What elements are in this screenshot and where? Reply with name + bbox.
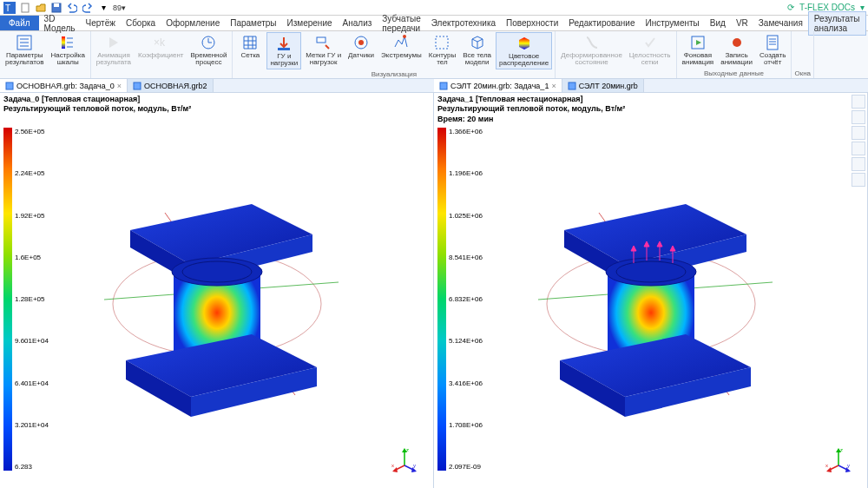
ribbon-btn-label: Сетка — [241, 52, 260, 59]
pane-title: Задача_1 [Тепловая нестационарная]Резуль… — [437, 95, 625, 124]
ribbon-btn-label: Фоновая анимация — [682, 52, 714, 66]
legend-tick: 9.601E+04 — [15, 337, 57, 345]
svg-rect-9 — [62, 36, 65, 49]
coef-icon: ×k — [152, 34, 169, 51]
viewport-pane[interactable]: Задача_1 [Тепловая нестационарная]Резуль… — [434, 93, 868, 488]
menu-item[interactable]: Замечания — [753, 16, 808, 30]
legend-tick: 5.124E+06 — [449, 337, 491, 345]
model-view[interactable] — [0, 93, 433, 488]
allbodies-icon — [469, 34, 486, 51]
doc-tab[interactable]: СЭЛТ 20мин.grb: Задача_1× — [434, 79, 562, 92]
color-legend: 2.56E+052.24E+051.92E+051.6E+051.28E+059… — [3, 128, 57, 471]
ribbon-btn-label: Временной процесс — [190, 52, 227, 66]
legend-tick: 3.201E+04 — [15, 421, 57, 429]
ribbon-params-button[interactable]: Параметры результатов — [3, 32, 46, 77]
ribbon-integrity-button: Целостность сетки — [627, 32, 674, 77]
doc-tab[interactable]: ОСНОВНАЯ.grb: Задача_0× — [0, 79, 128, 92]
menu-item[interactable]: Электротехника — [426, 16, 501, 30]
menu-item[interactable]: Чертёж — [81, 16, 121, 30]
legend-tick: 1.92E+05 — [15, 212, 57, 220]
doc-tab-label: ОСНОВНАЯ.grb2 — [144, 82, 207, 90]
ribbon-sensors-button[interactable]: Датчики — [345, 32, 377, 69]
menu-item[interactable]: Параметры — [225, 16, 281, 30]
doc-icon — [133, 82, 141, 90]
view-toolbar — [852, 95, 865, 187]
section-icon[interactable] — [852, 157, 865, 171]
ribbon-btn-label: Все тела модели — [463, 52, 491, 66]
ribbon-recanim-button[interactable]: Запись анимации — [718, 32, 755, 69]
model-view[interactable] — [434, 93, 867, 488]
menu-item[interactable]: Поверхности — [501, 16, 563, 30]
svg-text:z: z — [840, 447, 843, 452]
close-icon[interactable]: × — [551, 82, 556, 90]
doc-tab-label: СЭЛТ 20мин.grb: Задача_1 — [450, 82, 549, 90]
svg-text:x: x — [391, 463, 394, 468]
menu-item[interactable]: Оформление — [161, 16, 225, 30]
ribbon-time-button[interactable]: Временной процесс — [187, 32, 229, 77]
viewport-pane[interactable]: Задача_0 [Тепловая стационарная]Результи… — [0, 93, 434, 488]
colordist-icon — [516, 35, 533, 52]
menu-item[interactable]: Инструменты — [640, 16, 704, 30]
doc-tab[interactable]: ОСНОВНАЯ.grb2 — [128, 79, 214, 92]
legend-tick: 2.097E-09 — [449, 463, 491, 471]
integrity-icon — [641, 34, 659, 51]
ribbon-colordist-button[interactable]: Цветовое распределение — [496, 32, 552, 69]
workspace: Задача_0 [Тепловая стационарная]Результи… — [0, 93, 868, 488]
ribbon-btn-label: Датчики — [348, 52, 374, 59]
ribbon-btn-label: Метки ГУ и нагрузок — [306, 52, 341, 66]
svg-text:×k: ×k — [154, 36, 166, 49]
sensors-icon — [352, 34, 370, 51]
ribbon-btn-label: Параметры результатов — [5, 52, 43, 66]
svg-point-26 — [733, 38, 741, 47]
bclabels-icon — [315, 34, 332, 51]
menu-item[interactable]: Измерение — [282, 16, 338, 30]
legend-tick: 1.196E+06 — [449, 169, 491, 177]
svg-rect-34 — [569, 82, 575, 89]
ribbon-btn-label: Запись анимации — [720, 52, 753, 66]
svg-marker-13 — [109, 37, 118, 48]
ribbon-bganim-button[interactable]: Фоновая анимация — [680, 32, 717, 69]
fit-icon[interactable] — [852, 142, 865, 155]
params-icon — [16, 34, 33, 51]
menu-item[interactable]: Редактирование — [563, 16, 640, 30]
ribbon-bc-button[interactable]: ГУ и нагрузки — [266, 32, 301, 69]
legend-tick: 1.708E+06 — [449, 421, 491, 429]
mesh-icon — [241, 34, 259, 51]
rotate-icon[interactable] — [852, 110, 865, 124]
legend-tick: 8.541E+06 — [449, 254, 491, 261]
ribbon-scale-button[interactable]: Настройка шкалы — [48, 32, 87, 77]
anim-icon — [105, 34, 122, 51]
legend-tick: 1.6E+05 — [15, 254, 57, 261]
zoom-icon[interactable] — [852, 126, 865, 140]
menu-item[interactable]: Сборка — [121, 16, 161, 30]
ribbon-allbodies-button[interactable]: Все тела модели — [460, 32, 494, 69]
ribbon-btn-label: Анимация результата — [96, 52, 131, 66]
cube-icon[interactable] — [852, 95, 865, 109]
ribbon-contours-button[interactable]: Контуры тел — [426, 32, 458, 69]
close-icon[interactable]: × — [117, 82, 122, 90]
svg-rect-31 — [6, 82, 13, 89]
recanim-icon — [728, 34, 746, 51]
new-icon[interactable] — [19, 2, 31, 14]
layers-icon[interactable] — [852, 173, 865, 187]
menu-item[interactable]: Вид — [705, 16, 731, 30]
doc-tab[interactable]: СЭЛТ 20мин.grb — [562, 79, 644, 92]
ribbon-extremes-button[interactable]: Экстремумы — [378, 32, 424, 69]
svg-rect-4 — [54, 3, 59, 7]
ribbon-bclabels-button[interactable]: Метки ГУ и нагрузок — [303, 32, 344, 69]
menubar: Файл 3D МодельЧертёжСборкаОформлениеПара… — [0, 16, 868, 31]
legend-gradient — [3, 128, 12, 471]
ribbon-btn-label: Контуры тел — [429, 52, 456, 66]
file-menu[interactable]: Файл — [0, 16, 39, 30]
svg-rect-23 — [436, 36, 448, 49]
menu-item[interactable]: VR — [731, 16, 753, 30]
ribbon-btn-label: Коэффициент — [138, 52, 183, 59]
extremes-icon — [392, 34, 410, 51]
ribbon-mesh-button[interactable]: Сетка — [235, 32, 265, 69]
ribbon-report-button[interactable]: Создать отчёт — [757, 32, 788, 69]
doc-icon — [5, 82, 14, 90]
menu-item[interactable]: Анализ — [338, 16, 378, 30]
ribbon-coef-button: ×kКоэффициент — [135, 32, 186, 77]
scale-icon — [59, 34, 76, 51]
menu-item[interactable]: Результаты анализа — [808, 11, 866, 36]
